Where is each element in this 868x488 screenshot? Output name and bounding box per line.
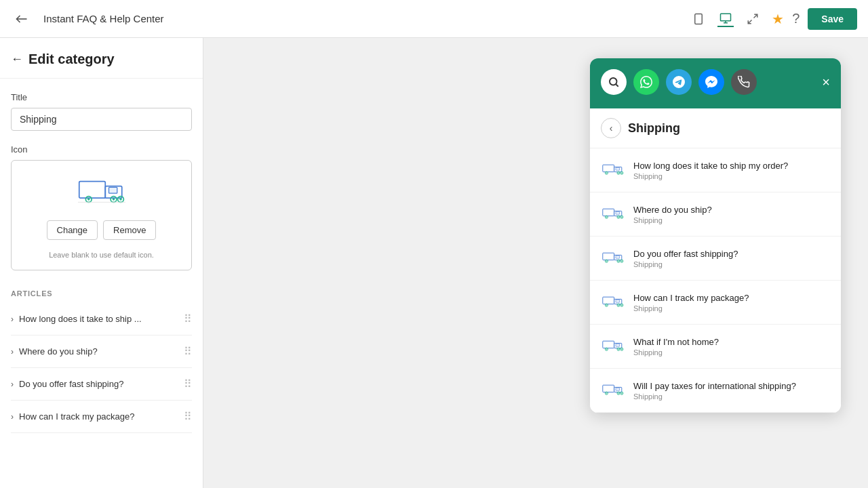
category-header: ‹ Shipping — [590, 108, 841, 148]
icon-preview — [75, 171, 129, 212]
edit-category-title: Edit category — [28, 52, 115, 67]
drag-handle-icon[interactable]: ⠿ — [184, 312, 192, 325]
search-icon[interactable] — [601, 69, 627, 95]
app-title: Instant FAQ & Help Center — [43, 13, 679, 24]
svg-rect-66 — [603, 385, 614, 392]
list-item[interactable]: › Do you offer fast shipping? ⠿ — [11, 368, 192, 401]
svg-line-7 — [748, 20, 751, 23]
svg-rect-10 — [108, 187, 117, 193]
faq-truck-icon — [601, 202, 625, 226]
telegram-icon[interactable] — [666, 69, 692, 95]
svg-rect-3 — [721, 14, 731, 21]
svg-rect-30 — [603, 209, 614, 216]
topbar-back-icon[interactable] — [11, 8, 33, 30]
faq-item[interactable]: Will I pay taxes for international shipp… — [590, 369, 841, 413]
faq-item[interactable]: How can I track my package? Shipping — [590, 281, 841, 325]
svg-rect-68 — [616, 388, 620, 390]
svg-rect-32 — [616, 211, 620, 214]
drag-handle-icon[interactable]: ⠿ — [184, 345, 192, 358]
topbar: Instant FAQ & Help Center ★ ? Save — [0, 0, 868, 38]
svg-rect-57 — [603, 341, 614, 348]
title-label: Title — [11, 92, 192, 102]
svg-rect-59 — [616, 344, 620, 346]
svg-point-61 — [606, 348, 608, 350]
faq-category: Shipping — [633, 392, 830, 401]
svg-rect-1 — [695, 14, 703, 24]
faq-category: Shipping — [633, 260, 830, 268]
widget-header: × — [590, 58, 841, 108]
faq-question: What if I'm not home? — [633, 337, 830, 347]
svg-point-43 — [606, 260, 608, 262]
articles-section: ARTICLES › How long does it take to ship… — [0, 281, 203, 433]
remove-button[interactable]: Remove — [103, 220, 156, 240]
drag-handle-icon[interactable]: ⠿ — [184, 378, 192, 390]
article-title: Do you offer fast shipping? — [19, 379, 184, 389]
widget-header-icons — [601, 69, 757, 95]
category-name: Shipping — [628, 121, 680, 136]
svg-point-65 — [621, 348, 623, 350]
close-button[interactable]: × — [822, 75, 830, 90]
topbar-right: ★ ? Save — [772, 8, 857, 30]
title-input[interactable] — [11, 108, 192, 131]
svg-point-74 — [621, 392, 623, 394]
list-item[interactable]: › Where do you ship? ⠿ — [11, 336, 192, 368]
svg-point-15 — [112, 198, 115, 201]
faq-item[interactable]: Where do you ship? Shipping — [590, 192, 841, 237]
chevron-icon: › — [11, 314, 14, 324]
svg-line-6 — [754, 14, 757, 18]
phone-icon[interactable] — [731, 69, 757, 95]
faq-item[interactable]: How long does it take to ship my order? … — [590, 148, 841, 192]
faq-category: Shipping — [633, 172, 830, 180]
icon-section: Icon — [0, 144, 203, 281]
faq-question: How long does it take to ship my order? — [633, 161, 830, 171]
faq-item[interactable]: Do you offer fast shipping? Shipping — [590, 237, 841, 281]
star-icon: ★ — [772, 11, 784, 27]
change-button[interactable]: Change — [47, 220, 98, 240]
svg-point-52 — [606, 304, 608, 306]
faq-truck-icon — [601, 290, 625, 314]
chevron-icon: › — [11, 380, 14, 389]
faq-truck-icon — [601, 158, 625, 182]
truck-svg — [78, 175, 125, 209]
preview-widget: × ‹ Shipping How long does it take to sh… — [590, 58, 841, 413]
faq-truck-icon — [601, 246, 625, 270]
faq-question: Will I pay taxes for international shipp… — [633, 381, 830, 391]
widget-body: ‹ Shipping How long does it take to ship… — [590, 108, 841, 413]
main-layout: ← Edit category Title Icon — [0, 38, 868, 488]
icon-box: Change Remove Leave blank to use default… — [11, 160, 192, 270]
svg-point-36 — [618, 216, 619, 218]
responsive-icon[interactable] — [745, 11, 761, 27]
svg-point-70 — [606, 392, 608, 394]
help-icon[interactable]: ? — [792, 11, 800, 26]
whatsapp-icon[interactable] — [633, 69, 659, 95]
drag-handle-icon[interactable]: ⠿ — [184, 410, 192, 423]
faq-question: How can I track my package? — [633, 293, 830, 303]
widget-back-button[interactable]: ‹ — [601, 118, 621, 138]
svg-point-72 — [618, 392, 619, 394]
faq-category: Shipping — [633, 216, 830, 224]
svg-rect-8 — [79, 182, 105, 199]
svg-point-25 — [606, 172, 608, 174]
icon-hint: Leave blank to use default icon. — [49, 251, 154, 259]
svg-point-38 — [621, 216, 623, 218]
messenger-icon[interactable] — [698, 69, 724, 95]
svg-point-29 — [621, 172, 623, 174]
svg-point-34 — [606, 216, 608, 218]
svg-rect-48 — [603, 297, 614, 304]
articles-label: ARTICLES — [11, 281, 192, 303]
save-button[interactable]: Save — [808, 8, 857, 30]
center-content: × ‹ Shipping How long does it take to sh… — [203, 38, 868, 488]
article-title: How long does it take to ship ... — [19, 314, 184, 324]
article-title: Where do you ship? — [19, 346, 184, 357]
desktop-icon[interactable] — [717, 11, 734, 27]
faq-question: Do you offer fast shipping? — [633, 249, 830, 259]
faq-item[interactable]: What if I'm not home? Shipping — [590, 325, 841, 369]
faq-truck-icon — [601, 334, 625, 359]
svg-rect-50 — [616, 300, 620, 302]
list-item[interactable]: › How can I track my package? ⠿ — [11, 401, 192, 433]
mobile-icon[interactable] — [690, 11, 707, 27]
list-item[interactable]: › How long does it take to ship ... ⠿ — [11, 303, 192, 336]
panel-header: ← Edit category — [0, 38, 203, 79]
title-section: Title — [0, 79, 203, 144]
back-arrow-icon[interactable]: ← — [11, 52, 23, 66]
